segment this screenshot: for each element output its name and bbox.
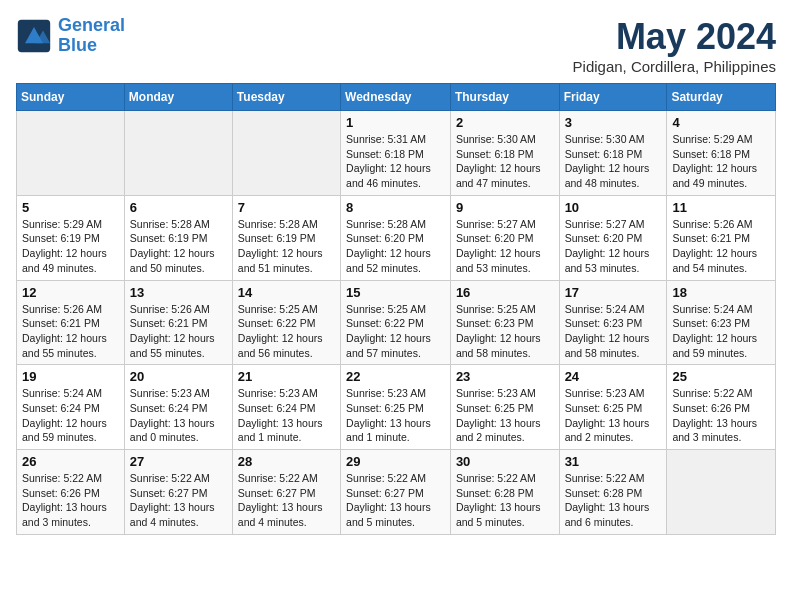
header-saturday: Saturday xyxy=(667,84,776,111)
day-info: Sunrise: 5:29 AMSunset: 6:19 PMDaylight:… xyxy=(22,217,119,276)
calendar-cell: 21Sunrise: 5:23 AMSunset: 6:24 PMDayligh… xyxy=(232,365,340,450)
calendar-cell: 31Sunrise: 5:22 AMSunset: 6:28 PMDayligh… xyxy=(559,450,667,535)
calendar-cell: 29Sunrise: 5:22 AMSunset: 6:27 PMDayligh… xyxy=(341,450,451,535)
day-info: Sunrise: 5:22 AMSunset: 6:27 PMDaylight:… xyxy=(130,471,227,530)
day-number: 12 xyxy=(22,285,119,300)
day-info: Sunrise: 5:25 AMSunset: 6:23 PMDaylight:… xyxy=(456,302,554,361)
header-sunday: Sunday xyxy=(17,84,125,111)
day-number: 9 xyxy=(456,200,554,215)
day-info: Sunrise: 5:23 AMSunset: 6:24 PMDaylight:… xyxy=(238,386,335,445)
calendar-cell: 18Sunrise: 5:24 AMSunset: 6:23 PMDayligh… xyxy=(667,280,776,365)
calendar-cell: 3Sunrise: 5:30 AMSunset: 6:18 PMDaylight… xyxy=(559,111,667,196)
day-number: 24 xyxy=(565,369,662,384)
calendar-cell: 1Sunrise: 5:31 AMSunset: 6:18 PMDaylight… xyxy=(341,111,451,196)
header-wednesday: Wednesday xyxy=(341,84,451,111)
day-number: 5 xyxy=(22,200,119,215)
calendar-cell xyxy=(124,111,232,196)
day-info: Sunrise: 5:29 AMSunset: 6:18 PMDaylight:… xyxy=(672,132,770,191)
day-number: 25 xyxy=(672,369,770,384)
day-number: 4 xyxy=(672,115,770,130)
calendar-cell: 26Sunrise: 5:22 AMSunset: 6:26 PMDayligh… xyxy=(17,450,125,535)
calendar-table: SundayMondayTuesdayWednesdayThursdayFrid… xyxy=(16,83,776,535)
day-number: 18 xyxy=(672,285,770,300)
calendar-cell: 13Sunrise: 5:26 AMSunset: 6:21 PMDayligh… xyxy=(124,280,232,365)
calendar-cell: 30Sunrise: 5:22 AMSunset: 6:28 PMDayligh… xyxy=(450,450,559,535)
day-number: 29 xyxy=(346,454,445,469)
day-number: 14 xyxy=(238,285,335,300)
calendar-cell: 16Sunrise: 5:25 AMSunset: 6:23 PMDayligh… xyxy=(450,280,559,365)
day-info: Sunrise: 5:23 AMSunset: 6:24 PMDaylight:… xyxy=(130,386,227,445)
calendar-cell: 12Sunrise: 5:26 AMSunset: 6:21 PMDayligh… xyxy=(17,280,125,365)
day-number: 20 xyxy=(130,369,227,384)
logo-icon xyxy=(16,18,52,54)
day-number: 7 xyxy=(238,200,335,215)
calendar-cell: 17Sunrise: 5:24 AMSunset: 6:23 PMDayligh… xyxy=(559,280,667,365)
day-info: Sunrise: 5:25 AMSunset: 6:22 PMDaylight:… xyxy=(238,302,335,361)
day-number: 1 xyxy=(346,115,445,130)
day-info: Sunrise: 5:25 AMSunset: 6:22 PMDaylight:… xyxy=(346,302,445,361)
day-number: 22 xyxy=(346,369,445,384)
day-info: Sunrise: 5:24 AMSunset: 6:23 PMDaylight:… xyxy=(565,302,662,361)
calendar-cell: 9Sunrise: 5:27 AMSunset: 6:20 PMDaylight… xyxy=(450,195,559,280)
day-number: 27 xyxy=(130,454,227,469)
header-friday: Friday xyxy=(559,84,667,111)
day-info: Sunrise: 5:22 AMSunset: 6:28 PMDaylight:… xyxy=(565,471,662,530)
calendar-cell: 8Sunrise: 5:28 AMSunset: 6:20 PMDaylight… xyxy=(341,195,451,280)
day-info: Sunrise: 5:22 AMSunset: 6:26 PMDaylight:… xyxy=(672,386,770,445)
day-info: Sunrise: 5:26 AMSunset: 6:21 PMDaylight:… xyxy=(130,302,227,361)
day-info: Sunrise: 5:30 AMSunset: 6:18 PMDaylight:… xyxy=(456,132,554,191)
calendar-cell: 11Sunrise: 5:26 AMSunset: 6:21 PMDayligh… xyxy=(667,195,776,280)
day-info: Sunrise: 5:28 AMSunset: 6:19 PMDaylight:… xyxy=(130,217,227,276)
day-info: Sunrise: 5:26 AMSunset: 6:21 PMDaylight:… xyxy=(22,302,119,361)
day-info: Sunrise: 5:27 AMSunset: 6:20 PMDaylight:… xyxy=(456,217,554,276)
header-thursday: Thursday xyxy=(450,84,559,111)
location: Pidigan, Cordillera, Philippines xyxy=(573,58,776,75)
calendar-cell: 15Sunrise: 5:25 AMSunset: 6:22 PMDayligh… xyxy=(341,280,451,365)
month-year: May 2024 xyxy=(573,16,776,58)
day-info: Sunrise: 5:26 AMSunset: 6:21 PMDaylight:… xyxy=(672,217,770,276)
calendar-cell: 4Sunrise: 5:29 AMSunset: 6:18 PMDaylight… xyxy=(667,111,776,196)
calendar-cell: 14Sunrise: 5:25 AMSunset: 6:22 PMDayligh… xyxy=(232,280,340,365)
calendar-cell: 6Sunrise: 5:28 AMSunset: 6:19 PMDaylight… xyxy=(124,195,232,280)
day-info: Sunrise: 5:31 AMSunset: 6:18 PMDaylight:… xyxy=(346,132,445,191)
logo-text: General Blue xyxy=(58,16,125,56)
calendar-week-row: 12Sunrise: 5:26 AMSunset: 6:21 PMDayligh… xyxy=(17,280,776,365)
day-info: Sunrise: 5:27 AMSunset: 6:20 PMDaylight:… xyxy=(565,217,662,276)
logo: General Blue xyxy=(16,16,125,56)
calendar-cell: 23Sunrise: 5:23 AMSunset: 6:25 PMDayligh… xyxy=(450,365,559,450)
day-number: 8 xyxy=(346,200,445,215)
page-header: General Blue May 2024 Pidigan, Cordiller… xyxy=(16,16,776,75)
day-info: Sunrise: 5:22 AMSunset: 6:26 PMDaylight:… xyxy=(22,471,119,530)
day-info: Sunrise: 5:22 AMSunset: 6:27 PMDaylight:… xyxy=(238,471,335,530)
calendar-cell: 19Sunrise: 5:24 AMSunset: 6:24 PMDayligh… xyxy=(17,365,125,450)
calendar-header-row: SundayMondayTuesdayWednesdayThursdayFrid… xyxy=(17,84,776,111)
day-number: 21 xyxy=(238,369,335,384)
title-area: May 2024 Pidigan, Cordillera, Philippine… xyxy=(573,16,776,75)
calendar-week-row: 19Sunrise: 5:24 AMSunset: 6:24 PMDayligh… xyxy=(17,365,776,450)
calendar-cell xyxy=(17,111,125,196)
day-number: 26 xyxy=(22,454,119,469)
calendar-cell: 24Sunrise: 5:23 AMSunset: 6:25 PMDayligh… xyxy=(559,365,667,450)
calendar-cell xyxy=(667,450,776,535)
header-tuesday: Tuesday xyxy=(232,84,340,111)
day-number: 16 xyxy=(456,285,554,300)
calendar-week-row: 26Sunrise: 5:22 AMSunset: 6:26 PMDayligh… xyxy=(17,450,776,535)
day-number: 23 xyxy=(456,369,554,384)
day-number: 6 xyxy=(130,200,227,215)
calendar-cell: 10Sunrise: 5:27 AMSunset: 6:20 PMDayligh… xyxy=(559,195,667,280)
calendar-cell: 27Sunrise: 5:22 AMSunset: 6:27 PMDayligh… xyxy=(124,450,232,535)
calendar-cell: 20Sunrise: 5:23 AMSunset: 6:24 PMDayligh… xyxy=(124,365,232,450)
day-info: Sunrise: 5:24 AMSunset: 6:23 PMDaylight:… xyxy=(672,302,770,361)
day-info: Sunrise: 5:22 AMSunset: 6:27 PMDaylight:… xyxy=(346,471,445,530)
day-info: Sunrise: 5:22 AMSunset: 6:28 PMDaylight:… xyxy=(456,471,554,530)
day-info: Sunrise: 5:30 AMSunset: 6:18 PMDaylight:… xyxy=(565,132,662,191)
calendar-cell: 2Sunrise: 5:30 AMSunset: 6:18 PMDaylight… xyxy=(450,111,559,196)
day-info: Sunrise: 5:23 AMSunset: 6:25 PMDaylight:… xyxy=(456,386,554,445)
day-number: 30 xyxy=(456,454,554,469)
day-number: 15 xyxy=(346,285,445,300)
day-number: 10 xyxy=(565,200,662,215)
calendar-cell: 5Sunrise: 5:29 AMSunset: 6:19 PMDaylight… xyxy=(17,195,125,280)
day-info: Sunrise: 5:28 AMSunset: 6:20 PMDaylight:… xyxy=(346,217,445,276)
day-number: 2 xyxy=(456,115,554,130)
day-number: 13 xyxy=(130,285,227,300)
